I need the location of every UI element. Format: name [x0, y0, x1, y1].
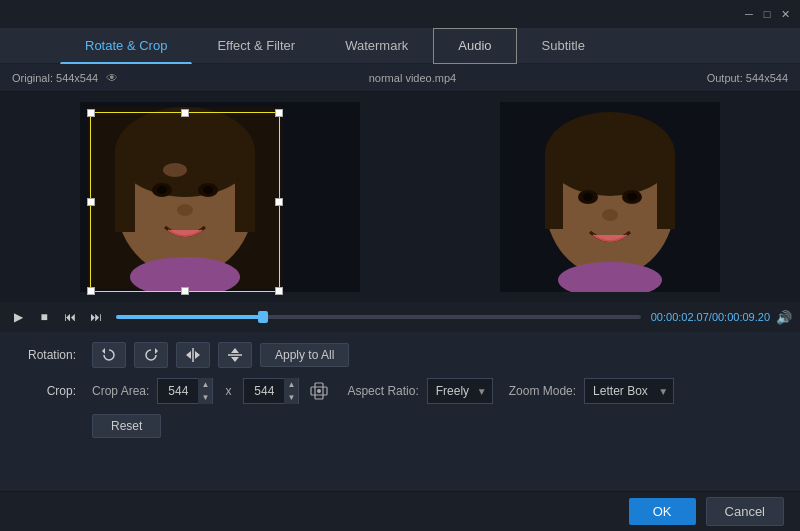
- controls-area: Rotation: Apply to All Crop: Crop Area: …: [0, 332, 800, 458]
- svg-point-20: [583, 193, 593, 201]
- aspect-ratio-select-wrap: Freely 16:9 4:3 1:1 9:16 ▼: [427, 378, 493, 404]
- svg-rect-4: [115, 152, 135, 232]
- volume-icon[interactable]: 🔊: [776, 310, 792, 325]
- progress-track[interactable]: [116, 315, 641, 319]
- tabs-bar: Rotate & Crop Effect & Filter Watermark …: [0, 28, 800, 64]
- minimize-button[interactable]: ─: [742, 7, 756, 21]
- crop-height-input[interactable]: ▲ ▼: [243, 378, 299, 404]
- svg-rect-17: [657, 154, 675, 229]
- reset-button[interactable]: Reset: [92, 414, 161, 438]
- svg-marker-27: [186, 351, 191, 359]
- crop-height-field[interactable]: [244, 384, 284, 398]
- source-video-frame: [80, 102, 360, 292]
- flip-vertical-button[interactable]: [218, 342, 252, 368]
- playback-bar: ▶ ■ ⏮ ⏭ 00:00:02.07/00:00:09.20 🔊: [0, 302, 800, 332]
- crop-row: Crop: Crop Area: ▲ ▼ x ▲ ▼ Aspect Ratio:: [16, 378, 784, 404]
- tab-effect-filter[interactable]: Effect & Filter: [192, 28, 320, 64]
- filename-label: normal video.mp4: [118, 72, 706, 84]
- next-frame-button[interactable]: ⏭: [86, 307, 106, 327]
- zoom-mode-select-wrap: Letter Box Pan & Scan Full ▼: [584, 378, 674, 404]
- reset-row: Reset: [16, 414, 784, 438]
- svg-point-8: [157, 186, 167, 194]
- zoom-mode-label: Zoom Mode:: [509, 384, 576, 398]
- svg-marker-30: [231, 348, 239, 353]
- rotate-ccw-button[interactable]: [92, 342, 126, 368]
- video-preview-left: [80, 102, 360, 292]
- svg-point-21: [627, 193, 637, 201]
- x-separator: x: [225, 384, 231, 398]
- svg-rect-16: [545, 154, 563, 229]
- tab-subtitle[interactable]: Subtitle: [517, 28, 610, 64]
- output-size-label: Output: 544x544: [707, 72, 788, 84]
- svg-point-3: [115, 107, 255, 197]
- output-video-frame: [500, 102, 720, 292]
- ok-button[interactable]: OK: [629, 498, 696, 525]
- progress-fill: [116, 315, 263, 319]
- svg-point-10: [177, 204, 193, 216]
- svg-marker-28: [195, 351, 200, 359]
- bottom-bar: OK Cancel: [0, 491, 800, 531]
- maximize-button[interactable]: □: [760, 7, 774, 21]
- crop-height-down[interactable]: ▼: [284, 391, 298, 404]
- zoom-mode-select[interactable]: Letter Box Pan & Scan Full: [584, 378, 674, 404]
- crop-width-input[interactable]: ▲ ▼: [157, 378, 213, 404]
- eye-icon[interactable]: 👁: [106, 71, 118, 85]
- rotation-label: Rotation:: [16, 348, 76, 362]
- svg-point-34: [317, 389, 321, 393]
- aspect-ratio-label: Aspect Ratio:: [347, 384, 418, 398]
- crop-label: Crop:: [16, 384, 76, 398]
- original-size-label: Original: 544x544: [12, 72, 98, 84]
- info-bar: Original: 544x544 👁 normal video.mp4 Out…: [0, 64, 800, 92]
- aspect-ratio-select[interactable]: Freely 16:9 4:3 1:1 9:16: [427, 378, 493, 404]
- rotate-cw-button[interactable]: [134, 342, 168, 368]
- crop-width-down[interactable]: ▼: [198, 391, 212, 404]
- tab-watermark[interactable]: Watermark: [320, 28, 433, 64]
- video-preview-right: [500, 102, 720, 292]
- svg-marker-31: [231, 357, 239, 362]
- video-area: [0, 92, 800, 302]
- svg-marker-25: [155, 348, 158, 354]
- time-display: 00:00:02.07/00:00:09.20: [651, 311, 770, 323]
- crop-area-label: Crop Area:: [92, 384, 149, 398]
- flip-horizontal-button[interactable]: [176, 342, 210, 368]
- svg-rect-5: [235, 152, 255, 232]
- svg-point-12: [163, 163, 187, 177]
- crop-width-field[interactable]: [158, 384, 198, 398]
- prev-frame-button[interactable]: ⏮: [60, 307, 80, 327]
- play-button[interactable]: ▶: [8, 307, 28, 327]
- crop-width-spin: ▲ ▼: [198, 378, 212, 404]
- svg-point-9: [203, 186, 213, 194]
- cancel-button[interactable]: Cancel: [706, 497, 784, 526]
- crop-width-up[interactable]: ▲: [198, 378, 212, 391]
- center-crop-icon[interactable]: [307, 379, 331, 403]
- tab-rotate-crop[interactable]: Rotate & Crop: [60, 28, 192, 64]
- tab-audio[interactable]: Audio: [433, 28, 516, 64]
- stop-button[interactable]: ■: [34, 307, 54, 327]
- crop-height-spin: ▲ ▼: [284, 378, 298, 404]
- progress-thumb[interactable]: [258, 311, 268, 323]
- svg-point-15: [545, 112, 675, 196]
- svg-point-22: [602, 209, 618, 221]
- svg-marker-24: [102, 348, 105, 354]
- rotation-row: Rotation: Apply to All: [16, 342, 784, 368]
- apply-to-all-button[interactable]: Apply to All: [260, 343, 349, 367]
- close-button[interactable]: ✕: [778, 7, 792, 21]
- title-bar: ─ □ ✕: [0, 0, 800, 28]
- crop-height-up[interactable]: ▲: [284, 378, 298, 391]
